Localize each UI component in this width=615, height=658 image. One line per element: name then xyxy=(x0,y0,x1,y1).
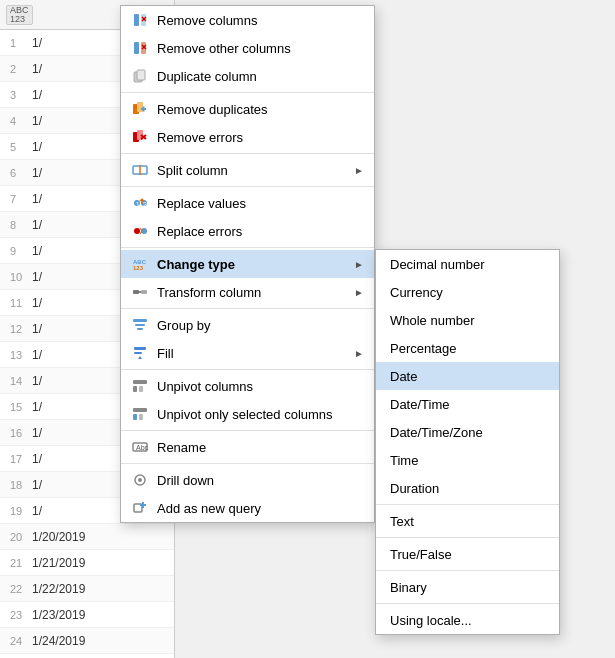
submenu-item-percentage[interactable]: Percentage xyxy=(376,334,559,362)
svg-rect-28 xyxy=(133,290,139,294)
menu-item-remove-duplicates[interactable]: Remove duplicates xyxy=(121,95,374,123)
submenu-item-label: Time xyxy=(390,453,418,468)
submenu-arrow-icon: ► xyxy=(354,165,364,176)
submenu-item-decimal-number[interactable]: Decimal number xyxy=(376,250,559,278)
svg-rect-9 xyxy=(137,70,145,80)
submenu-item-binary[interactable]: Binary xyxy=(376,573,559,601)
duplicate-icon xyxy=(131,67,149,85)
menu-item-label: Remove duplicates xyxy=(157,102,364,117)
menu-item-rename[interactable]: Abc Rename xyxy=(121,433,374,461)
submenu-item-text[interactable]: Text xyxy=(376,507,559,535)
svg-text:Abc: Abc xyxy=(136,444,148,451)
svg-rect-0 xyxy=(134,14,139,26)
cell-value: 1/ xyxy=(32,114,42,128)
row-number: 6 xyxy=(10,167,32,179)
menu-item-label: Fill xyxy=(157,346,346,361)
menu-item-label: Change type xyxy=(157,257,346,272)
menu-item-remove-other-columns[interactable]: Remove other columns xyxy=(121,34,374,62)
svg-rect-37 xyxy=(139,386,143,392)
context-menu[interactable]: Remove columns Remove other columns Dupl… xyxy=(120,5,375,523)
row-number: 9 xyxy=(10,245,32,257)
menu-divider xyxy=(121,92,374,93)
row-number: 17 xyxy=(10,453,32,465)
row-number: 7 xyxy=(10,193,32,205)
menu-item-label: Duplicate column xyxy=(157,69,364,84)
menu-item-fill[interactable]: Fill ► xyxy=(121,339,374,367)
menu-item-unpivot-only[interactable]: Unpivot only selected columns xyxy=(121,400,374,428)
group-by-icon xyxy=(131,316,149,334)
svg-rect-39 xyxy=(133,414,137,420)
row-number: 3 xyxy=(10,89,32,101)
row-number: 5 xyxy=(10,141,32,153)
remove-err-icon xyxy=(131,128,149,146)
menu-item-label: Group by xyxy=(157,318,364,333)
submenu-item-label: Duration xyxy=(390,481,439,496)
menu-item-drill-down[interactable]: Drill down xyxy=(121,466,374,494)
cell-value: 1/ xyxy=(32,426,42,440)
drill-icon xyxy=(131,471,149,489)
menu-item-replace-values[interactable]: 12 Replace values xyxy=(121,189,374,217)
row-number: 21 xyxy=(10,557,32,569)
table-row: 221/22/2019 xyxy=(0,576,174,602)
row-number: 18 xyxy=(10,479,32,491)
menu-divider xyxy=(121,463,374,464)
submenu-item-date[interactable]: Date xyxy=(376,362,559,390)
submenu-item-using-locale[interactable]: Using locale... xyxy=(376,606,559,634)
cell-value: 1/ xyxy=(32,270,42,284)
submenu-divider xyxy=(376,603,559,604)
svg-rect-32 xyxy=(137,328,143,330)
change-type-submenu[interactable]: Decimal numberCurrencyWhole numberPercen… xyxy=(375,249,560,635)
row-number: 15 xyxy=(10,401,32,413)
svg-rect-36 xyxy=(133,386,137,392)
svg-rect-35 xyxy=(133,380,147,384)
submenu-item-label: Decimal number xyxy=(390,257,485,272)
menu-item-change-type[interactable]: ABC123 Change type ► xyxy=(121,250,374,278)
cell-value: 1/ xyxy=(32,218,42,232)
cell-value: 1/ xyxy=(32,36,42,50)
submenu-item-label: Date/Time/Zone xyxy=(390,425,483,440)
add-query-icon xyxy=(131,499,149,517)
replace-val-icon: 12 xyxy=(131,194,149,212)
table-row: 211/21/2019 xyxy=(0,550,174,576)
remove-col-icon xyxy=(131,11,149,29)
menu-item-transform-column[interactable]: Transform column ► xyxy=(121,278,374,306)
fill-icon xyxy=(131,344,149,362)
menu-item-label: Split column xyxy=(157,163,346,178)
row-number: 13 xyxy=(10,349,32,361)
row-number: 4 xyxy=(10,115,32,127)
submenu-item-datetime[interactable]: Date/Time xyxy=(376,390,559,418)
cell-value: 1/ xyxy=(32,296,42,310)
svg-point-44 xyxy=(138,478,142,482)
cell-value: 1/ xyxy=(32,348,42,362)
submenu-arrow-icon: ► xyxy=(354,348,364,359)
menu-item-unpivot-columns[interactable]: Unpivot columns xyxy=(121,372,374,400)
submenu-item-duration[interactable]: Duration xyxy=(376,474,559,502)
menu-item-remove-columns[interactable]: Remove columns xyxy=(121,6,374,34)
menu-divider xyxy=(121,369,374,370)
menu-item-duplicate-column[interactable]: Duplicate column xyxy=(121,62,374,90)
submenu-item-label: Date xyxy=(390,369,417,384)
submenu-item-time[interactable]: Time xyxy=(376,446,559,474)
cell-value: 1/21/2019 xyxy=(32,556,85,570)
submenu-item-whole-number[interactable]: Whole number xyxy=(376,306,559,334)
submenu-item-label: True/False xyxy=(390,547,452,562)
menu-item-group-by[interactable]: Group by xyxy=(121,311,374,339)
submenu-arrow-icon: ► xyxy=(354,287,364,298)
submenu-item-true-false[interactable]: True/False xyxy=(376,540,559,568)
menu-item-label: Remove columns xyxy=(157,13,364,28)
submenu-item-label: Binary xyxy=(390,580,427,595)
remove-dup-icon xyxy=(131,100,149,118)
menu-item-replace-errors[interactable]: Replace errors xyxy=(121,217,374,245)
submenu-item-currency[interactable]: Currency xyxy=(376,278,559,306)
remove-other-icon xyxy=(131,39,149,57)
cell-value: 1/24/2019 xyxy=(32,634,85,648)
menu-item-remove-errors[interactable]: Remove errors xyxy=(121,123,374,151)
menu-item-label: Drill down xyxy=(157,473,364,488)
menu-item-add-as-new-query[interactable]: Add as new query xyxy=(121,494,374,522)
submenu-item-datetimezone[interactable]: Date/Time/Zone xyxy=(376,418,559,446)
transform-icon xyxy=(131,283,149,301)
svg-rect-38 xyxy=(133,408,147,412)
menu-item-split-column[interactable]: Split column ► xyxy=(121,156,374,184)
svg-rect-40 xyxy=(139,414,143,420)
cell-value: 1/20/2019 xyxy=(32,530,85,544)
